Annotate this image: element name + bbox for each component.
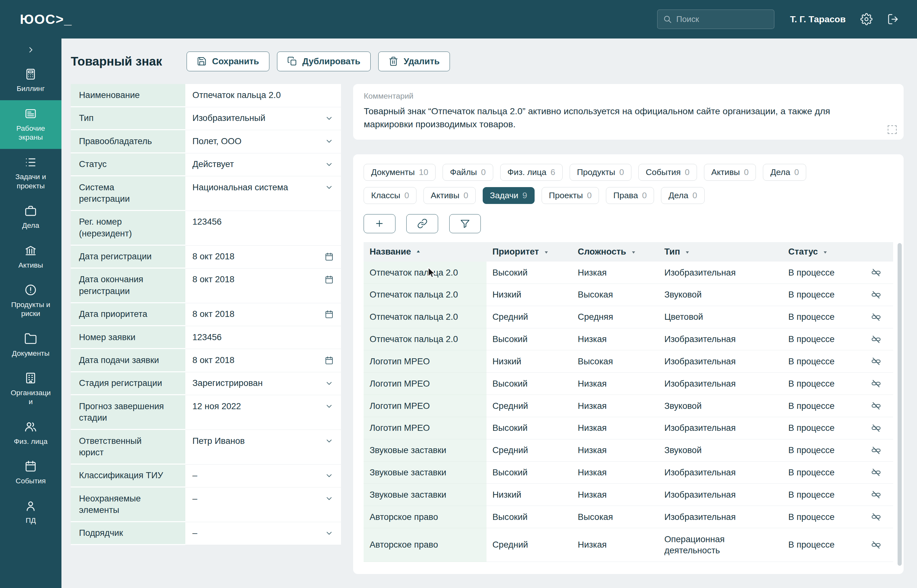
column-header[interactable]: Сложность (572, 242, 658, 262)
field-value[interactable]: 8 окт 2018 (185, 268, 341, 303)
unlink-icon[interactable] (871, 334, 881, 344)
cell-type: Изобразительная (658, 373, 783, 395)
cell-type: Изобразительная (658, 328, 783, 351)
delete-button[interactable]: Удалить (378, 52, 450, 71)
tab-chip[interactable]: Права 0 (606, 187, 654, 204)
unlink-icon[interactable] (871, 401, 881, 411)
field-value[interactable]: Действует (185, 153, 341, 176)
sidebar-item-documents[interactable]: Документы (0, 325, 62, 365)
sidebar-item-cases[interactable]: Дела (0, 198, 62, 237)
sidebar-item-individuals[interactable]: Физ. лица (0, 413, 62, 453)
unlink-icon[interactable] (871, 378, 881, 389)
add-button[interactable] (364, 214, 395, 234)
unlink-icon[interactable] (871, 356, 881, 367)
sidebar-item-label: События (16, 477, 46, 486)
field-value[interactable]: 8 окт 2018 (185, 349, 341, 372)
tab-chip[interactable]: Проекты 0 (542, 187, 599, 204)
scrollbar-thumb[interactable] (898, 243, 902, 565)
column-header[interactable]: Статус (783, 242, 859, 262)
field-value[interactable]: Отпечаток пальца 2.0 (185, 84, 341, 107)
sidebar-item-pd[interactable]: ПД (0, 492, 62, 531)
cell-actions (859, 528, 893, 562)
tab-chip[interactable]: Активы 0 (423, 187, 476, 204)
table-row[interactable]: Авторское право Высокий Высокая Изобрази… (364, 506, 893, 528)
field-value[interactable]: 8 окт 2018 (185, 246, 341, 268)
sidebar-item-events[interactable]: События (0, 453, 62, 492)
tab-chip[interactable]: Документы 10 (364, 164, 436, 181)
unlink-icon[interactable] (871, 312, 881, 322)
field-value[interactable]: – (185, 488, 341, 522)
table-row[interactable]: Логотип МРЕО Средний Низкая Звуковой В п… (364, 395, 893, 417)
sidebar-item-assets[interactable]: Активы (0, 237, 62, 276)
table-row[interactable]: Логотип МРЕО Низкий Высокая Изобразитель… (364, 351, 893, 373)
field-value[interactable]: 8 окт 2018 (185, 303, 341, 326)
tasks-icon (24, 156, 37, 169)
field-value[interactable]: – (185, 465, 341, 488)
field-value[interactable]: Изобразительный (185, 107, 341, 130)
filter-button[interactable] (449, 214, 481, 234)
cell-type: Изобразительная (658, 506, 783, 528)
tab-chip[interactable]: Продукты 0 (570, 164, 631, 181)
sidebar-item-organizations[interactable]: Организации (0, 365, 62, 413)
table-row[interactable]: Отпечаток пальца 2.0 Высокий Низкая Изоб… (364, 262, 893, 284)
tab-chip[interactable]: Физ. лица 6 (500, 164, 562, 181)
comment-text[interactable]: Товарный знак “Отпечаток пальца 2.0” акт… (364, 105, 893, 131)
cell-type: Изобразительная (658, 417, 783, 439)
field-value[interactable]: 123456 (185, 211, 341, 246)
field-value[interactable]: Зарегистрирован (185, 372, 341, 395)
field-value[interactable]: Национальная система (185, 176, 341, 211)
tab-chip[interactable]: События 0 (638, 164, 697, 181)
unlink-icon[interactable] (871, 467, 881, 478)
sidebar-item-tasks-projects[interactable]: Задачи и проекты (0, 149, 62, 198)
sidebar-item-billing[interactable]: Биллинг (0, 61, 62, 100)
cell-name: Отпечаток пальца 2.0 (364, 328, 486, 351)
field-value[interactable]: 12 ноя 2022 (185, 395, 341, 430)
field-value[interactable]: Петр Иванов (185, 430, 341, 465)
table-row[interactable]: Отпечаток пальца 2.0 Средний Средняя Цве… (364, 306, 893, 328)
unlink-icon[interactable] (871, 512, 881, 522)
save-button[interactable]: Сохранить (186, 52, 269, 71)
unlink-icon[interactable] (871, 489, 881, 500)
table-row[interactable]: Звуковые заставки Средний Низкая Звуково… (364, 439, 893, 462)
sidebar-item-products-risks[interactable]: Продукты и риски (0, 276, 62, 325)
unlink-icon[interactable] (871, 540, 881, 550)
field-value[interactable]: – (185, 522, 341, 545)
tab-chip-label: Физ. лица (507, 167, 547, 177)
search-input[interactable] (657, 10, 774, 29)
link-button[interactable] (406, 214, 438, 234)
resize-handle-icon[interactable] (888, 125, 897, 134)
tab-chip[interactable]: Дела 0 (661, 187, 704, 204)
unlink-icon[interactable] (871, 445, 881, 456)
settings-gear-icon[interactable] (860, 13, 873, 26)
table-row[interactable]: Авторское право Средний Низкая Операцион… (364, 528, 893, 562)
tab-chip[interactable]: Задачи 9 (483, 187, 535, 204)
tab-chip[interactable]: Активы 0 (704, 164, 756, 181)
logout-icon[interactable] (887, 13, 899, 26)
column-header[interactable]: Название (364, 242, 486, 262)
table-row[interactable]: Логотип МРЕО Высокий Низкая Изобразитель… (364, 417, 893, 439)
sidebar-expand-button[interactable] (0, 39, 62, 61)
tab-chip[interactable]: Файлы 0 (442, 164, 493, 181)
cell-priority: Средний (486, 395, 572, 417)
table-row[interactable]: Логотип МРЕО Высокий Низкая Изобразитель… (364, 373, 893, 395)
user-name: Т. Г. Тарасов (790, 14, 846, 24)
unlink-icon[interactable] (871, 267, 881, 278)
column-header[interactable]: Приоритет (486, 242, 572, 262)
table-row[interactable]: Отпечаток пальца 2.0 Низкий Высокая Звук… (364, 284, 893, 306)
column-header[interactable]: Тип (658, 242, 783, 262)
field-value[interactable]: Полет, ООО (185, 130, 341, 153)
unlink-icon[interactable] (871, 289, 881, 300)
sidebar-item-workspaces[interactable]: Рабочие экраны (0, 100, 62, 149)
tab-chip[interactable]: Классы 0 (364, 187, 416, 204)
table-row[interactable]: Звуковые заставки Высокий Низкая Изобраз… (364, 462, 893, 484)
tab-chip[interactable]: Дела 0 (763, 164, 806, 181)
table-row[interactable]: Отпечаток пальца 2.0 Высокий Низкая Изоб… (364, 328, 893, 351)
table-row[interactable]: Звуковые заставки Низкий Низкая Изобрази… (364, 484, 893, 506)
field-value[interactable]: 123456 (185, 326, 341, 349)
cell-status: В процессе (783, 328, 859, 351)
cell-status: В процессе (783, 262, 859, 284)
cell-status: В процессе (783, 528, 859, 562)
duplicate-button[interactable]: Дублировать (277, 52, 371, 71)
unlink-icon[interactable] (871, 423, 881, 433)
cell-actions (859, 328, 893, 351)
